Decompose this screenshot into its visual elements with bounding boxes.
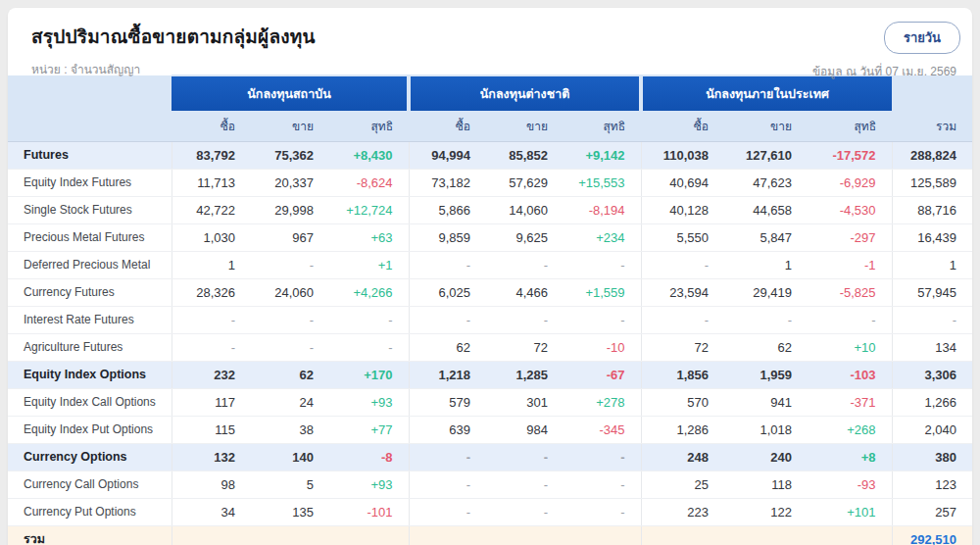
cell-value [641, 525, 724, 545]
cell-value: +4,266 [329, 278, 409, 306]
cell-value [409, 525, 486, 545]
row-label: Equity Index Futures [8, 169, 172, 196]
cell-value: +8,430 [329, 141, 409, 169]
cell-value: - [329, 333, 409, 361]
cell-value: 38 [251, 416, 329, 443]
cell-value: 47,623 [724, 169, 808, 196]
data-as-of-date: ข้อมูล ณ วันที่ 07 เม.ย. 2569 [812, 62, 960, 80]
daily-toggle-button[interactable]: รายวัน [884, 22, 960, 54]
table-row: Agriculture Futures---6272-107262+10134 [8, 333, 972, 361]
cell-value: 967 [251, 223, 329, 251]
cell-value: 24 [251, 388, 329, 416]
table-row: Equity Index Futures11,71320,337-8,62473… [8, 169, 972, 196]
cell-value [564, 525, 641, 545]
row-label: Equity Index Call Options [8, 388, 172, 416]
cell-value: 72 [486, 333, 564, 361]
sub-header-spacer [8, 111, 172, 141]
cell-value: 1 [172, 251, 251, 278]
cell-value: +1,559 [564, 278, 641, 306]
row-label: Currency Put Options [8, 498, 172, 525]
table-row: Currency Put Options34135-101---223122+1… [8, 498, 972, 525]
section-row: Futures83,79275,362+8,43094,99485,852+9,… [8, 141, 972, 169]
section-row: Currency Options132140-8---248240+8380 [8, 443, 972, 471]
row-label: Agriculture Futures [8, 333, 172, 361]
cell-value: - [486, 498, 564, 525]
cell-value: - [641, 251, 724, 278]
group-header-spacer-left [8, 75, 172, 111]
cell-value: 1,218 [409, 361, 486, 388]
table-row: Deferred Precious Metal1-+1----1-11 [8, 251, 972, 278]
cell-value: -371 [808, 388, 892, 416]
cell-row-total: 292,510 [892, 525, 972, 545]
cell-value: - [808, 306, 892, 333]
cell-value: 24,060 [251, 278, 329, 306]
cell-value: 135 [251, 498, 329, 525]
cell-value: 73,182 [409, 169, 486, 196]
row-label: Deferred Precious Metal [8, 251, 172, 278]
cell-row-total: 125,589 [892, 169, 972, 196]
cell-value: -101 [329, 498, 409, 525]
cell-value: +101 [808, 498, 892, 525]
cell-value: - [329, 306, 409, 333]
cell-value: - [409, 471, 486, 498]
cell-value: 240 [724, 443, 808, 471]
row-label: Currency Call Options [8, 471, 172, 498]
cell-value: -6,929 [808, 169, 892, 196]
cell-row-total: 1 [892, 251, 972, 278]
cell-value: -345 [564, 416, 641, 443]
cell-value: 117 [172, 388, 251, 416]
cell-row-total: 380 [892, 443, 972, 471]
col-header-net: สุทธิ [329, 111, 409, 141]
cell-value: - [251, 306, 329, 333]
cell-value: - [172, 333, 251, 361]
cell-value: -10 [564, 333, 641, 361]
col-header-sell: ขาย [251, 111, 329, 141]
cell-value: 127,610 [724, 141, 808, 169]
cell-value: - [486, 306, 564, 333]
cell-value: 1,959 [724, 361, 808, 388]
cell-value: -297 [808, 223, 892, 251]
cell-value: 1,856 [641, 361, 724, 388]
row-label: Interest Rate Futures [8, 306, 172, 333]
cell-value: -8 [329, 443, 409, 471]
cell-value: - [486, 251, 564, 278]
cell-value: 40,128 [641, 196, 724, 223]
cell-value: -103 [808, 361, 892, 388]
cell-value: - [564, 498, 641, 525]
col-header-buy: ซื้อ [641, 111, 724, 141]
cell-value: 94,994 [409, 141, 486, 169]
cell-value [172, 525, 251, 545]
cell-value: +93 [329, 471, 409, 498]
cell-row-total: 57,945 [892, 278, 972, 306]
cell-value: - [409, 443, 486, 471]
cell-row-total: - [892, 306, 972, 333]
cell-row-total: 2,040 [892, 416, 972, 443]
cell-value: - [724, 306, 808, 333]
cell-value: 579 [409, 388, 486, 416]
row-label: Precious Metal Futures [8, 223, 172, 251]
cell-value: +1 [329, 251, 409, 278]
cell-value: 11,713 [172, 169, 251, 196]
cell-value: +93 [329, 388, 409, 416]
cell-row-total: 88,716 [892, 196, 972, 223]
cell-value [329, 525, 409, 545]
table-row: Equity Index Call Options11724+93579301+… [8, 388, 972, 416]
table-row: Currency Call Options985+93---25118-9312… [8, 471, 972, 498]
cell-value: 140 [251, 443, 329, 471]
cell-row-total: 16,439 [892, 223, 972, 251]
cell-row-total: 288,824 [892, 141, 972, 169]
cell-row-total: 134 [892, 333, 972, 361]
cell-value: 28,326 [172, 278, 251, 306]
cell-value: 6,025 [409, 278, 486, 306]
cell-value: - [564, 443, 641, 471]
cell-value: 14,060 [486, 196, 564, 223]
cell-value: 57,629 [486, 169, 564, 196]
cell-value: - [486, 443, 564, 471]
cell-value: 42,722 [172, 196, 251, 223]
cell-value: 570 [641, 388, 724, 416]
cell-value: +278 [564, 388, 641, 416]
cell-value: 75,362 [251, 141, 329, 169]
cell-value: - [409, 251, 486, 278]
cell-value: 83,792 [172, 141, 251, 169]
cell-value: - [172, 306, 251, 333]
